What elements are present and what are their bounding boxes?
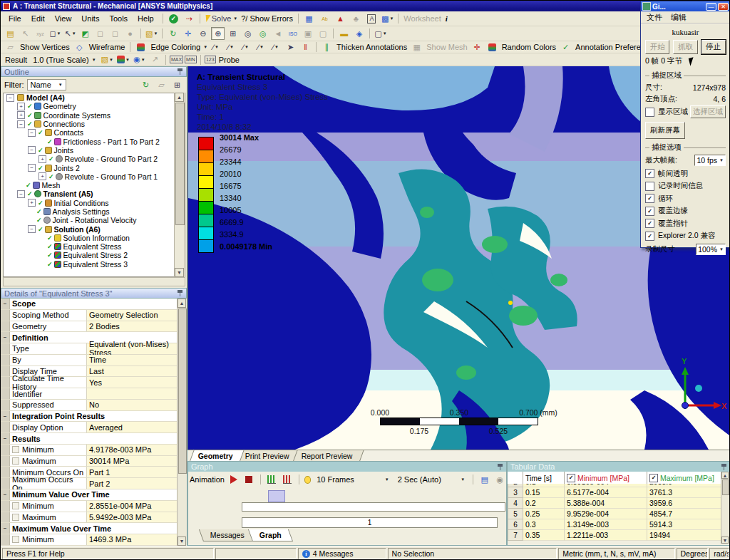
outline-vertical-scrollbar[interactable]: ▲ ▼ xyxy=(174,93,185,277)
tree-item[interactable]: ✓Equivalent Stress xyxy=(4,242,185,251)
capture-option[interactable]: ✓覆盖指针 xyxy=(645,219,726,229)
details-property-row[interactable]: Maximum5.9492e-003 MPa xyxy=(1,512,178,524)
export-video-icon[interactable]: ▤ xyxy=(478,473,490,486)
tree-item[interactable]: +✓Revolute - Ground To Part 2 xyxy=(4,155,185,163)
details-property-value[interactable]: 2 Bodies xyxy=(87,321,178,332)
details-gutter[interactable]: − xyxy=(1,433,10,444)
details-property-value[interactable]: Averaged xyxy=(87,422,178,432)
capture-option[interactable]: ✓Explorer 2.0 兼容 xyxy=(645,231,726,241)
details-property-value[interactable]: Part 2 xyxy=(87,478,178,489)
pan-icon[interactable]: ✛ xyxy=(181,27,195,40)
capture-menu-edit[interactable]: 编辑 xyxy=(671,12,687,23)
pin-icon[interactable] xyxy=(721,464,727,470)
refresh-tree-icon[interactable]: ↻ xyxy=(139,78,153,91)
pointer-mode-icon[interactable]: ↖▼ xyxy=(63,27,77,40)
stop-capture-button[interactable]: 停止 xyxy=(701,40,726,54)
details-property-row[interactable]: Maximum Occurs OnPart 2 xyxy=(1,478,178,489)
collapse-tree-icon[interactable]: ▱ xyxy=(155,78,168,91)
kinematics-icon[interactable]: ◉ xyxy=(494,473,506,486)
refresh-screen-button[interactable]: 刷新屏幕 xyxy=(645,122,685,139)
details-property-value[interactable]: Yes xyxy=(87,377,178,388)
worksheet-button[interactable]: Worksheet xyxy=(402,14,442,23)
details-gutter[interactable]: − xyxy=(1,332,10,343)
dropdown-arrow-icon[interactable]: ▼ xyxy=(215,45,219,49)
dropdown-arrow-icon[interactable]: ▼ xyxy=(230,45,234,49)
tree-item[interactable]: ✓Joint - Rotational Velocity xyxy=(4,216,185,224)
column-header[interactable]: Time [s] xyxy=(523,472,565,484)
extend-selection-icon[interactable]: ◻ xyxy=(93,27,107,40)
details-property-row[interactable]: Identifier xyxy=(1,388,178,400)
column-checkbox[interactable]: ✓ xyxy=(649,474,658,482)
checkbox-icon[interactable]: ✓ xyxy=(645,232,654,241)
tree-item[interactable]: −✓Joints 2 xyxy=(4,163,185,172)
row-number[interactable]: 6 xyxy=(508,519,523,530)
tree-item[interactable]: +✓Revolute - Ground To Part 1 xyxy=(4,172,185,181)
bottom-tab-graph[interactable]: Graph xyxy=(248,529,293,541)
body-select-icon[interactable]: ● xyxy=(123,27,137,40)
timeline-bar[interactable]: 1 xyxy=(242,517,498,528)
column-checkbox[interactable]: ✓ xyxy=(567,474,575,482)
new-figure-icon[interactable]: ▦ xyxy=(302,12,316,25)
tree-item[interactable]: −✓Solution (A6) xyxy=(4,224,185,233)
vector-display-icon[interactable]: ↗ xyxy=(148,53,162,66)
collapse-icon[interactable]: − xyxy=(28,146,36,154)
details-property-row[interactable]: TypeEquivalent (von-Mises) Stress xyxy=(1,343,178,355)
distributed-frames-icon[interactable] xyxy=(281,473,293,486)
table-row[interactable]: 30.156.5177e-0043761.3 xyxy=(508,487,723,498)
dropdown-arrow-icon[interactable]: ▼ xyxy=(274,45,279,49)
dropdown-arrow-icon[interactable]: ▼ xyxy=(203,45,207,49)
checkbox-icon[interactable]: ✓ xyxy=(645,169,654,178)
select-region-button[interactable]: 选择区域 xyxy=(690,105,726,118)
dropdown-arrow-icon[interactable]: ▼ xyxy=(92,58,96,62)
edge-coloring-button[interactable]: Edge Coloring xyxy=(149,43,202,51)
tree-item[interactable]: ✓Mesh xyxy=(4,181,185,190)
result-checkbox-icon[interactable] xyxy=(12,514,19,521)
tree-item[interactable]: ✓Analysis Settings xyxy=(4,207,185,216)
details-property-value[interactable]: 5.9492e-003 MPa xyxy=(87,512,178,523)
details-property-value[interactable]: 2.8551e-004 MPa xyxy=(87,501,178,512)
random-colors-button[interactable]: Random Colors xyxy=(500,43,557,51)
tree-item[interactable]: −✓Connections xyxy=(4,120,185,128)
extend-selection-2-icon[interactable]: ◻ xyxy=(108,27,122,40)
stop-button[interactable] xyxy=(242,473,255,486)
collapse-icon[interactable]: − xyxy=(28,129,36,137)
viewport-tab-print-preview[interactable]: Print Preview xyxy=(237,450,301,461)
expand-icon[interactable]: + xyxy=(38,155,46,163)
box-zoom-icon[interactable]: ⊞ xyxy=(226,27,240,40)
details-property-value[interactable]: 1469.3 MPa xyxy=(87,534,178,545)
close-button[interactable]: ✕ xyxy=(718,3,729,11)
checkbox-icon[interactable]: ✓ xyxy=(645,207,654,216)
expand-icon[interactable]: + xyxy=(17,111,25,119)
tree-item[interactable]: −✓Transient (A5) xyxy=(4,190,185,198)
dropdown-arrow-icon[interactable]: ▼ xyxy=(57,31,61,36)
checkbox-icon[interactable]: ✓ xyxy=(645,194,654,203)
comment-icon[interactable]: Ab xyxy=(318,12,331,25)
show-region-checkbox[interactable]: 显示区域 xyxy=(645,107,688,117)
details-property-row[interactable]: Scoping MethodGeometry Selection xyxy=(1,310,178,321)
expand-icon[interactable]: + xyxy=(28,199,36,207)
dropdown-arrow-icon[interactable]: ▼ xyxy=(259,45,264,49)
proceed-dots-icon[interactable]: ⇢ xyxy=(182,12,196,25)
result-checkbox-icon[interactable] xyxy=(12,457,19,465)
capture-option[interactable]: ✓循环 xyxy=(645,194,726,204)
edge-direction-icon-2[interactable]: ∕▼ xyxy=(224,41,237,53)
start-button[interactable]: 开始 xyxy=(645,40,669,54)
display-style-icon[interactable]: ◉▼ xyxy=(133,53,146,66)
result-sets-icon[interactable] xyxy=(266,473,278,486)
dropdown-arrow-icon[interactable]: ▼ xyxy=(461,477,465,482)
details-property-value[interactable]: 4.9178e-003 MPa xyxy=(87,445,178,455)
view-cube-icon[interactable]: ▧▼ xyxy=(145,27,158,40)
play-button[interactable] xyxy=(227,473,240,486)
details-group-row[interactable]: −Results xyxy=(1,433,178,445)
dropdown-arrow-icon[interactable]: ▼ xyxy=(58,83,63,87)
tree-item[interactable]: −✓Joints xyxy=(4,146,185,155)
table-row[interactable]: 50.259.9529e-0044854.7 xyxy=(508,509,723,519)
details-gutter[interactable]: − xyxy=(1,411,10,422)
min-annotation-button[interactable]: MIN xyxy=(185,56,197,63)
table-row[interactable]: 70.351.2211e-00319494 xyxy=(508,530,723,541)
edge-direction-icon-5[interactable]: ∕▼ xyxy=(269,41,282,53)
show-vertices-button[interactable]: Show Vertices xyxy=(19,43,71,51)
details-property-value[interactable]: No xyxy=(87,400,178,410)
max-annotation-button[interactable]: MAX xyxy=(170,56,183,63)
expand-all-icon[interactable]: ⊞ xyxy=(170,78,184,91)
